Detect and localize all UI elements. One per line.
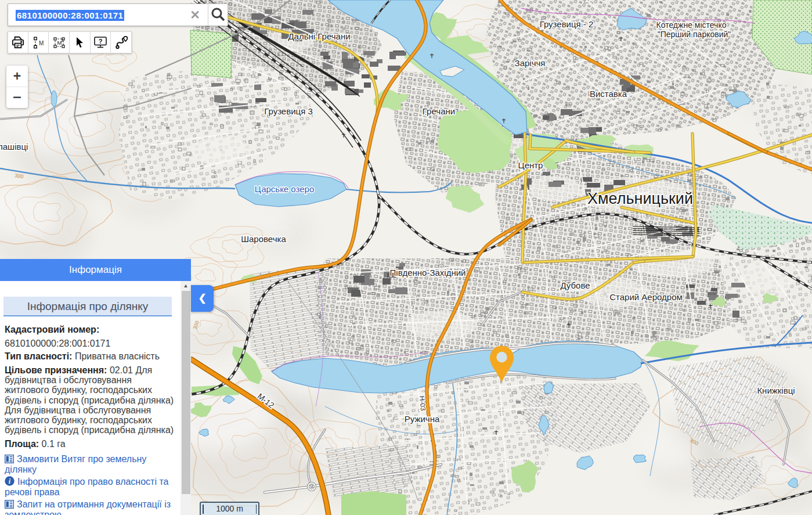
svg-text:Царське озеро: Царське озеро xyxy=(255,184,315,194)
svg-text:i: i xyxy=(9,477,11,485)
svg-text:Дальні Гречани: Дальні Гречани xyxy=(288,31,350,41)
svg-text:Шаровечка: Шаровечка xyxy=(241,234,286,244)
svg-text:M: M xyxy=(39,40,44,46)
svg-text:Грузевиця 3: Грузевиця 3 xyxy=(264,106,313,116)
svg-text:Книжківці: Книжківці xyxy=(757,386,795,395)
svg-text:Центр: Центр xyxy=(518,160,543,170)
svg-text:Заріччя: Заріччя xyxy=(515,58,546,68)
svg-text:Гречани: Гречани xyxy=(423,106,455,116)
svg-text:Південно-Західний: Південно-Західний xyxy=(390,268,466,278)
svg-text:лашівці: лашівці xyxy=(0,142,28,152)
svg-text:2: 2 xyxy=(61,38,63,42)
svg-text:Виставка: Виставка xyxy=(590,89,627,99)
svg-text:Старий Аеродром: Старий Аеродром xyxy=(609,292,683,302)
svg-text:?: ? xyxy=(99,38,103,45)
svg-text:300: 300 xyxy=(15,172,24,179)
svg-text:Дубове: Дубове xyxy=(560,280,590,290)
svg-text:Грузевиця - 2: Грузевиця - 2 xyxy=(540,19,594,29)
svg-text:"Перший парковий": "Перший парковий" xyxy=(658,30,731,39)
svg-text:Н-03: Н-03 xyxy=(418,395,427,411)
svg-text:Ружична: Ружична xyxy=(405,414,440,424)
svg-text:Котеджне містечко: Котеджне містечко xyxy=(656,20,727,30)
svg-text:Хмельницький: Хмельницький xyxy=(587,190,693,207)
